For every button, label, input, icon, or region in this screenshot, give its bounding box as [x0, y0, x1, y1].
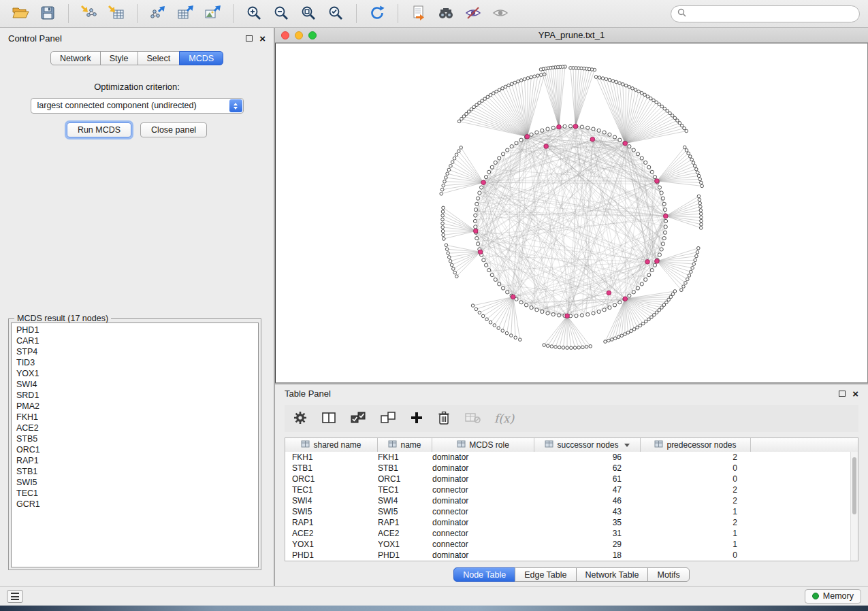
cell-shared-name[interactable]: RAP1 [285, 517, 378, 528]
table-row[interactable]: FKH1FKH1dominator962 [285, 452, 850, 463]
cell-shared-name[interactable]: PHD1 [285, 550, 378, 561]
float-table-panel-icon[interactable] [839, 391, 846, 397]
cell-name[interactable]: FKH1 [378, 452, 432, 463]
cell-predecessor-nodes[interactable]: 1 [641, 528, 751, 539]
cell-shared-name[interactable]: STB1 [285, 463, 378, 474]
zoom-in-button[interactable] [242, 3, 266, 24]
copy-network-button[interactable] [406, 3, 431, 24]
show-details-button[interactable] [488, 3, 513, 24]
mcds-result-item[interactable]: ORC1 [12, 444, 258, 455]
cell-successor-nodes[interactable]: 18 [534, 550, 641, 561]
cell-predecessor-nodes[interactable]: 2 [641, 484, 751, 495]
mcds-result-list[interactable]: PHD1CAR1STP4TID3YOX1SWI4SRD1PMA2FKH1ACE2… [11, 323, 259, 567]
float-panel-icon[interactable] [246, 35, 253, 42]
cell-shared-name[interactable]: ORC1 [285, 474, 378, 484]
cell-mcds-role[interactable]: dominator [432, 474, 534, 484]
memory-button[interactable]: Memory [805, 589, 861, 604]
scrollbar-thumb[interactable] [852, 457, 856, 514]
criterion-dropdown[interactable]: largest connected component (undirected) [31, 98, 244, 114]
add-column-button[interactable] [410, 411, 423, 427]
column-header-predecessor-nodes[interactable]: predecessor nodes [641, 438, 751, 452]
show-columns-button[interactable] [321, 411, 336, 427]
cell-name[interactable]: ORC1 [378, 474, 432, 484]
cell-shared-name[interactable]: FKH1 [285, 452, 378, 463]
mcds-result-item[interactable]: RAP1 [12, 455, 258, 466]
zoom-out-button[interactable] [269, 3, 293, 24]
column-header-successor-nodes[interactable]: successor nodes [534, 438, 641, 452]
deselect-all-rows-button[interactable] [380, 411, 396, 427]
mcds-result-item[interactable]: ACE2 [12, 423, 258, 433]
open-network-button[interactable] [8, 3, 33, 24]
cell-shared-name[interactable]: YOX1 [285, 539, 378, 550]
cell-predecessor-nodes[interactable]: 2 [641, 452, 751, 463]
cell-successor-nodes[interactable]: 35 [534, 517, 641, 528]
cell-name[interactable]: SWI5 [378, 506, 432, 517]
zoom-fit-button[interactable] [296, 3, 321, 24]
table-row[interactable]: SWI5SWI5connector431 [285, 506, 850, 517]
tab-motifs[interactable]: Motifs [647, 567, 689, 582]
network-search-box[interactable] [671, 5, 860, 22]
mcds-result-item[interactable]: STP4 [12, 346, 258, 357]
cell-name[interactable]: TEC1 [378, 484, 432, 495]
mcds-result-item[interactable]: PMA2 [12, 401, 258, 412]
cell-shared-name[interactable]: TEC1 [285, 484, 378, 495]
mcds-result-item[interactable]: FKH1 [12, 412, 258, 423]
tab-mcds[interactable]: MCDS [179, 51, 223, 65]
cell-name[interactable]: PHD1 [378, 550, 432, 561]
table-row[interactable]: STB1STB1dominator620 [285, 463, 850, 474]
import-network-button[interactable] [77, 3, 101, 24]
cell-mcds-role[interactable]: connector [432, 506, 534, 517]
cell-predecessor-nodes[interactable]: 1 [641, 506, 751, 517]
table-row[interactable]: TEC1TEC1connector472 [285, 484, 850, 495]
cell-successor-nodes[interactable]: 96 [534, 452, 641, 463]
cell-shared-name[interactable]: SWI5 [285, 506, 378, 517]
cell-shared-name[interactable]: ACE2 [285, 528, 378, 539]
cell-predecessor-nodes[interactable]: 0 [641, 474, 751, 484]
table-scrollbar[interactable] [850, 452, 858, 561]
minimize-window-icon[interactable] [295, 31, 303, 39]
cell-name[interactable]: STB1 [378, 463, 432, 474]
cell-shared-name[interactable]: SWI4 [285, 495, 378, 506]
cell-predecessor-nodes[interactable]: 0 [641, 550, 751, 561]
cell-predecessor-nodes[interactable]: 1 [641, 539, 751, 550]
status-menu-button[interactable] [7, 590, 23, 603]
close-table-panel-icon[interactable]: × [852, 389, 858, 399]
cell-mcds-role[interactable]: connector [432, 528, 534, 539]
mcds-result-item[interactable]: TID3 [12, 357, 258, 368]
cell-successor-nodes[interactable]: 46 [534, 495, 641, 506]
mcds-result-item[interactable]: SRD1 [12, 390, 258, 401]
import-table-button[interactable] [104, 3, 129, 24]
search-input[interactable] [690, 9, 853, 18]
cell-successor-nodes[interactable]: 62 [534, 463, 641, 474]
close-panel-button[interactable]: Close panel [140, 122, 207, 137]
cell-name[interactable]: ACE2 [378, 528, 432, 539]
close-window-icon[interactable] [281, 31, 289, 39]
cell-successor-nodes[interactable]: 43 [534, 506, 641, 517]
export-network-button[interactable] [146, 3, 170, 24]
column-header-mcds-role[interactable]: MCDS role [432, 438, 534, 452]
mcds-result-item[interactable]: GCR1 [12, 499, 258, 510]
search-network-button[interactable] [434, 3, 458, 24]
cell-mcds-role[interactable]: connector [432, 539, 534, 550]
table-row[interactable]: YOX1YOX1connector291 [285, 539, 850, 550]
refresh-button[interactable] [365, 3, 389, 24]
cell-mcds-role[interactable]: connector [432, 484, 534, 495]
cell-predecessor-nodes[interactable]: 2 [641, 517, 751, 528]
mcds-result-item[interactable]: SWI5 [12, 477, 258, 488]
mcds-result-item[interactable]: TEC1 [12, 488, 258, 499]
maximize-window-icon[interactable] [308, 31, 317, 39]
tab-style[interactable]: Style [100, 51, 138, 65]
select-all-rows-button[interactable] [350, 411, 366, 427]
cell-mcds-role[interactable]: dominator [432, 463, 534, 474]
cell-predecessor-nodes[interactable]: 0 [641, 463, 751, 474]
mcds-result-item[interactable]: YOX1 [12, 368, 258, 379]
zoom-selected-button[interactable] [323, 3, 348, 24]
tab-network-table[interactable]: Network Table [576, 567, 649, 582]
export-table-button[interactable] [173, 3, 197, 24]
mcds-result-item[interactable]: STB5 [12, 433, 258, 444]
tab-edge-table[interactable]: Edge Table [515, 567, 576, 582]
run-mcds-button[interactable]: Run MCDS [67, 122, 131, 137]
tab-node-table[interactable]: Node Table [453, 567, 515, 582]
cell-mcds-role[interactable]: dominator [432, 452, 534, 463]
cell-successor-nodes[interactable]: 29 [534, 539, 641, 550]
